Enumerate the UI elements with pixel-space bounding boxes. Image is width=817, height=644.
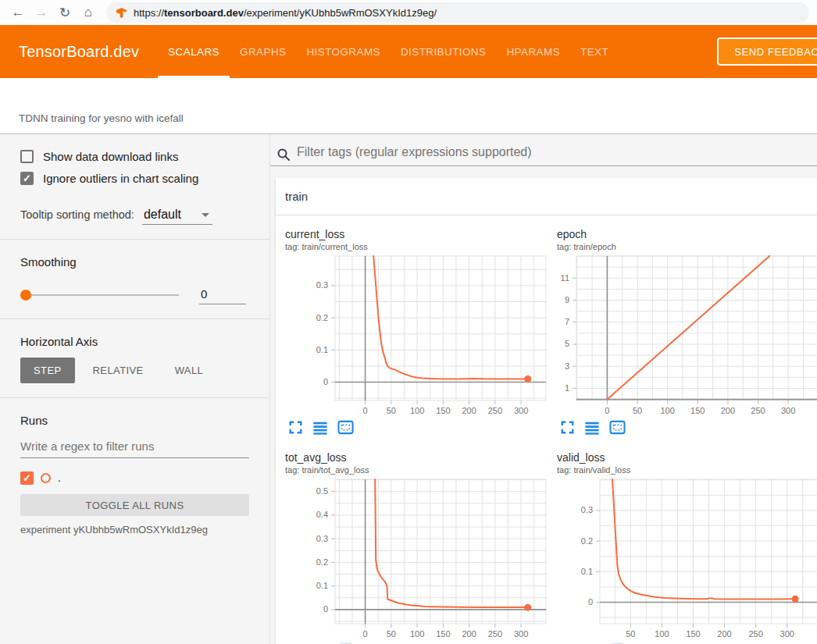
svg-text:0: 0 — [323, 604, 328, 614]
tab-scalars[interactable]: SCALARS — [158, 25, 230, 78]
tensorboard-favicon — [116, 7, 127, 19]
address-bar[interactable]: https://tensorboard.dev/experiment/yKUbh… — [106, 2, 809, 23]
chart-tag: tag: train/current_loss — [284, 241, 548, 253]
fit-domain-icon[interactable] — [608, 418, 626, 436]
charts-grid: current_loss tag: train/current_loss 050… — [276, 215, 817, 644]
checkbox-checked-icon[interactable]: ✓ — [20, 172, 34, 185]
runs-section: Runs ✓ . TOGGLE ALL RUNS experiment yKUb… — [0, 398, 269, 550]
show-download-links-checkbox-row[interactable]: Show data download links — [20, 145, 249, 167]
smoothing-label: Smoothing — [20, 255, 249, 269]
tab-histograms[interactable]: HISTOGRAMS — [296, 25, 391, 78]
axis-wall-button[interactable]: WALL — [162, 358, 217, 383]
svg-text:0.3: 0.3 — [316, 280, 328, 290]
chart-title: tot_avg_loss — [284, 451, 548, 464]
expand-chart-icon[interactable] — [558, 418, 576, 436]
url-text: https://tensorboard.dev/experiment/yKUbh… — [134, 7, 437, 19]
chart-title: epoch — [555, 228, 817, 241]
fit-domain-icon[interactable] — [337, 418, 354, 436]
tag-filter-row — [270, 134, 817, 166]
svg-text:200: 200 — [462, 629, 476, 639]
svg-text:0.3: 0.3 — [581, 505, 593, 514]
svg-text:0: 0 — [363, 629, 368, 639]
back-icon[interactable]: ← — [8, 2, 28, 23]
ignore-outliers-checkbox-row[interactable]: ✓ Ignore outliers in chart scaling — [20, 167, 249, 189]
svg-text:250: 250 — [488, 406, 502, 415]
svg-text:0.5: 0.5 — [316, 486, 328, 496]
tag-filter-input[interactable] — [297, 145, 817, 164]
line-chart[interactable]: 0501001502002503001357911 — [555, 253, 817, 415]
log-scale-icon[interactable] — [583, 418, 601, 436]
slider-track[interactable] — [20, 294, 179, 296]
browser-toolbar: ← → ↻ ⌂ https://tensorboard.dev/experime… — [0, 0, 817, 25]
svg-text:200: 200 — [717, 629, 731, 639]
chart-tag: tag: train/tot_avg_loss — [284, 464, 548, 476]
svg-text:150: 150 — [686, 629, 700, 639]
runs-label: Runs — [20, 414, 249, 427]
send-feedback-button[interactable]: SEND FEEDBACK — [717, 37, 817, 66]
svg-text:0.3: 0.3 — [316, 534, 328, 543]
chart-tag: tag: train/valid_loss — [555, 464, 817, 476]
run-checkbox-icon[interactable]: ✓ — [20, 471, 34, 485]
slider-thumb[interactable] — [20, 290, 31, 301]
svg-text:0.2: 0.2 — [316, 557, 328, 567]
tab-text[interactable]: TEXT — [570, 25, 619, 78]
checkbox-label: Ignore outliers in chart scaling — [43, 172, 198, 185]
tooltip-sorting-row: Tooltip sorting method: default — [20, 208, 249, 225]
expand-chart-icon[interactable] — [287, 418, 304, 436]
log-scale-icon[interactable] — [312, 418, 329, 436]
chart-title: valid_loss — [555, 451, 817, 464]
svg-text:0.2: 0.2 — [581, 536, 593, 546]
chart-tot-avg-loss: tot_avg_loss tag: train/tot_avg_loss 050… — [276, 439, 548, 644]
svg-text:0.1: 0.1 — [316, 345, 328, 354]
tab-distributions[interactable]: DISTRIBUTIONS — [391, 25, 496, 78]
svg-text:100: 100 — [410, 406, 424, 415]
settings-sidebar: Show data download links ✓ Ignore outlie… — [0, 134, 270, 644]
horizontal-axis-section: Horizontal Axis STEP RELATIVE WALL — [0, 319, 269, 398]
forward-icon[interactable]: → — [31, 2, 52, 23]
svg-text:50: 50 — [387, 629, 396, 639]
svg-text:0: 0 — [588, 597, 593, 607]
svg-text:150: 150 — [436, 629, 450, 639]
svg-text:250: 250 — [751, 406, 765, 415]
train-section-header[interactable]: train — [276, 178, 817, 215]
horizontal-axis-label: Horizontal Axis — [20, 335, 249, 348]
tooltip-sorting-dropdown[interactable]: default — [142, 208, 212, 225]
smoothing-value-input[interactable] — [199, 286, 246, 304]
svg-text:150: 150 — [690, 406, 705, 415]
svg-text:7: 7 — [565, 317, 569, 326]
svg-text:0: 0 — [605, 406, 609, 415]
home-icon[interactable]: ⌂ — [78, 2, 98, 23]
svg-text:0: 0 — [363, 406, 368, 415]
toggle-all-runs-button[interactable]: TOGGLE ALL RUNS — [20, 494, 249, 516]
runs-filter-input[interactable] — [20, 433, 249, 458]
svg-text:150: 150 — [436, 406, 450, 415]
app-brand: TensorBoard.dev — [19, 43, 139, 61]
experiment-title: TDNN training for yesno with icefall — [19, 112, 817, 124]
svg-text:300: 300 — [514, 406, 528, 415]
run-color-swatch — [41, 473, 51, 483]
svg-text:100: 100 — [655, 629, 669, 639]
checkbox-label: Show data download links — [43, 150, 178, 163]
chevron-down-icon — [202, 213, 209, 217]
app-header: TensorBoard.dev SCALARS GRAPHS HISTOGRAM… — [0, 25, 817, 78]
chart-actions — [287, 418, 548, 436]
line-chart[interactable]: 05010015020025030000.10.20.3 — [284, 253, 548, 415]
chart-title: current_loss — [284, 228, 548, 241]
svg-text:200: 200 — [462, 406, 476, 415]
svg-text:200: 200 — [721, 406, 735, 415]
svg-text:1: 1 — [565, 383, 569, 393]
run-row[interactable]: ✓ . — [20, 469, 249, 486]
line-chart[interactable]: 5010015020025030000.10.20.3 — [555, 476, 817, 639]
smoothing-slider[interactable] — [20, 290, 179, 301]
tab-graphs[interactable]: GRAPHS — [230, 25, 296, 78]
line-chart[interactable]: 05010015020025030000.10.20.30.40.5 — [284, 476, 548, 639]
reload-icon[interactable]: ↻ — [55, 2, 75, 23]
svg-text:100: 100 — [660, 406, 674, 415]
axis-relative-button[interactable]: RELATIVE — [80, 358, 157, 383]
checkbox-unchecked-icon[interactable] — [20, 150, 34, 163]
general-settings-section: Show data download links ✓ Ignore outlie… — [0, 134, 269, 240]
top-nav: SCALARS GRAPHS HISTOGRAMS DISTRIBUTIONS … — [158, 25, 619, 78]
axis-step-button[interactable]: STEP — [20, 358, 75, 383]
tab-hparams[interactable]: HPARAMS — [496, 25, 570, 78]
svg-text:0.2: 0.2 — [316, 313, 328, 322]
